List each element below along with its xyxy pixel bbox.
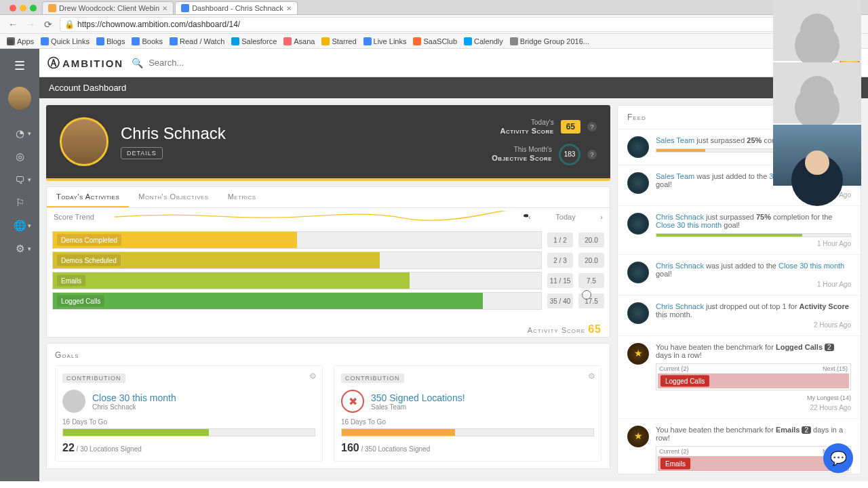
search-icon: 🔍	[132, 58, 143, 68]
tab-metrics[interactable]: Metrics	[218, 187, 266, 207]
metric-row[interactable]: Emails11 / 157.5	[52, 272, 604, 289]
back-button[interactable]: ←	[7, 18, 19, 30]
sidebar-avatar[interactable]	[8, 87, 31, 110]
svg-point-0	[524, 214, 528, 218]
metric-row[interactable]: Logged Calls35 / 4017.5	[52, 292, 604, 310]
goal-title[interactable]: 350 Signed Locations!	[371, 392, 465, 403]
feed-item: You have beaten the benchmark for Logged…	[618, 336, 861, 419]
goals-title: Goals	[55, 350, 601, 360]
nav-dashboard-icon[interactable]: ◔▾	[7, 123, 33, 144]
profile-name: Chris Schnack	[121, 124, 226, 143]
url-input[interactable]: 🔒https://chownow.ambition.com/dashboard/…	[60, 17, 861, 32]
close-icon[interactable]: ✕	[286, 5, 292, 12]
app-logo: AMBITION	[47, 55, 123, 71]
bookmark[interactable]: Quick Links	[41, 37, 90, 45]
activity-score-badge: 65	[561, 120, 580, 134]
profile-avatar	[60, 117, 108, 166]
details-button[interactable]: DETAILS	[121, 147, 163, 159]
nav-globe-icon[interactable]: 🌐▾	[7, 216, 33, 236]
nav-chat-icon[interactable]: 🗨▾	[7, 169, 33, 190]
gear-icon[interactable]: ⚙	[309, 371, 317, 381]
bookmark[interactable]: Live Links	[363, 37, 407, 45]
trend-period: Today	[555, 213, 575, 221]
gear-icon[interactable]: ⚙	[588, 371, 595, 381]
chat-fab[interactable]: 💬	[823, 443, 853, 473]
help-icon[interactable]: ?	[587, 122, 597, 131]
nav-flag-icon[interactable]: ⚐	[7, 192, 33, 213]
feed-item: Chris Schnack was just added to the Clos…	[618, 255, 861, 296]
feed-item: You have beaten the benchmark for Emails…	[618, 419, 861, 474]
cursor-indicator	[582, 290, 591, 300]
score-trend-label: Score Trend	[54, 213, 115, 221]
search-input[interactable]	[149, 58, 262, 68]
nav-target-icon[interactable]: ◎	[7, 146, 33, 167]
browser-tab-0[interactable]: Drew Woodcock: Client Webin✕	[42, 1, 174, 14]
bookmark[interactable]: Asana	[283, 37, 315, 45]
score-trend-chart	[115, 211, 528, 223]
feed-item: Chris Schnack just surpassed 75% complet…	[618, 206, 861, 255]
bookmarks-bar: ▦Apps Quick Links Blogs Books Read / Wat…	[0, 34, 868, 49]
nav-gear-icon[interactable]: ⚙▾	[7, 239, 33, 259]
participant-photo	[773, 125, 861, 186]
bookmark[interactable]: Salesforce	[231, 37, 277, 45]
bookmark[interactable]: SaaSClub	[413, 37, 457, 45]
bookmark[interactable]: Starred	[321, 37, 356, 45]
reload-button[interactable]: ⟳	[42, 18, 54, 30]
trend-prev[interactable]: ‹	[528, 213, 531, 221]
bookmark[interactable]: Read / Watch	[170, 37, 224, 45]
metric-row[interactable]: Demos Completed1 / 220.0	[52, 231, 604, 249]
help-icon[interactable]: ?	[587, 150, 597, 159]
goals-card: Goals CONTRIBUTION⚙ Close 30 this monthC…	[46, 343, 610, 469]
bookmark-apps[interactable]: ▦Apps	[7, 37, 34, 45]
activity-total: Activity Score65	[47, 319, 610, 337]
objective-score-ring: 183	[559, 144, 580, 165]
bookmark[interactable]: Blogs	[96, 37, 125, 45]
profile-hero: Chris Schnack DETAILS Today'sActivity Sc…	[46, 105, 610, 181]
trend-next[interactable]: ›	[600, 213, 603, 221]
window-controls[interactable]	[7, 5, 41, 14]
tab-objectives[interactable]: Month's Objectives	[129, 187, 218, 207]
video-participants	[773, 0, 861, 186]
hamburger-icon[interactable]: ☰	[14, 53, 25, 80]
bookmark[interactable]: Calendly	[464, 37, 503, 45]
page-title: Account Dashboard	[39, 77, 868, 98]
goal-card: CONTRIBUTION⚙ Close 30 this monthChris S…	[55, 365, 323, 462]
topbar: AMBITION 🔍	[39, 49, 868, 77]
goal-title[interactable]: Close 30 this month	[92, 392, 176, 403]
participant-placeholder	[773, 62, 861, 123]
close-icon[interactable]: ✕	[162, 5, 167, 12]
metric-row[interactable]: Demos Scheduled2 / 320.0	[52, 251, 604, 269]
bookmark[interactable]: Bridge Group 2016...	[510, 37, 589, 45]
bookmark[interactable]: Books	[132, 37, 163, 45]
participant-placeholder	[773, 0, 861, 61]
browser-tab-1[interactable]: Dashboard - Chris Schnack✕	[175, 1, 298, 14]
tab-activities[interactable]: Today's Activities	[47, 187, 129, 207]
feed-item: Chris Schnack just dropped out of top 1 …	[618, 296, 861, 336]
goal-card: CONTRIBUTION⚙ ✖350 Signed Locations!Sale…	[334, 365, 601, 462]
browser-tabs-bar: Drew Woodcock: Client Webin✕ Dashboard -…	[0, 0, 868, 15]
forward-button[interactable]: →	[24, 18, 37, 30]
sidebar-nav: ☰ ◔▾ ◎ 🗨▾ ⚐ 🌐▾ ⚙▾	[0, 49, 39, 481]
activities-card: Today's Activities Month's Objectives Me…	[46, 186, 610, 338]
address-bar: ← → ⟳ 🔒https://chownow.ambition.com/dash…	[0, 15, 868, 34]
